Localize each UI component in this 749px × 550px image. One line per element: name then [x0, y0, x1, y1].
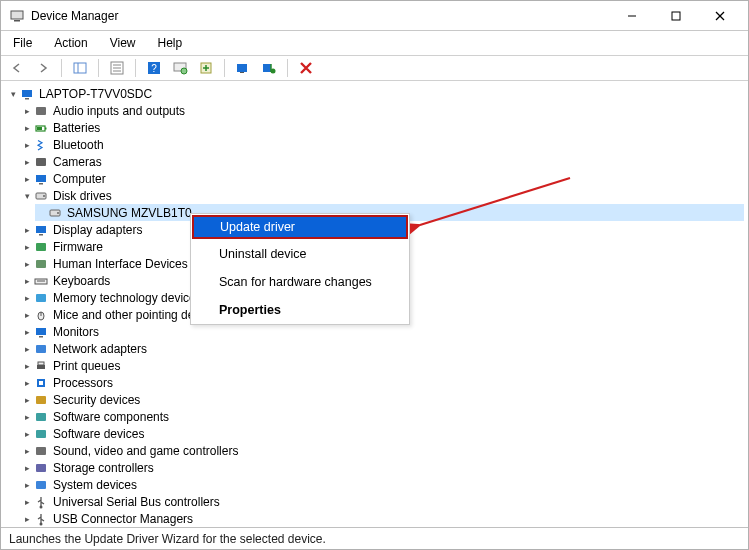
hid-icon: [33, 256, 49, 272]
context-item-update-driver[interactable]: Update driver: [192, 215, 408, 239]
tree-node-label: USB Connector Managers: [53, 512, 193, 526]
svg-rect-55: [36, 481, 46, 489]
caret-icon[interactable]: ▸: [21, 378, 33, 388]
firmware-icon: [33, 239, 49, 255]
caret-icon[interactable]: ▸: [21, 480, 33, 490]
tree-category-0[interactable]: ▸Audio inputs and outputs: [21, 102, 744, 119]
svg-point-20: [271, 69, 276, 74]
forward-button[interactable]: [33, 58, 53, 78]
usb-icon: [33, 494, 49, 510]
svg-rect-49: [39, 381, 43, 385]
context-menu: Update driver Uninstall device Scan for …: [190, 213, 410, 325]
caret-icon[interactable]: ▸: [21, 344, 33, 354]
caret-icon[interactable]: ▸: [21, 497, 33, 507]
caret-icon[interactable]: ▸: [21, 395, 33, 405]
keyboard-icon: [33, 273, 49, 289]
menu-action[interactable]: Action: [48, 34, 93, 52]
caret-icon[interactable]: ▸: [21, 446, 33, 456]
caret-icon[interactable]: ▸: [21, 310, 33, 320]
usb-icon: [33, 511, 49, 527]
properties-button-icon[interactable]: [107, 58, 127, 78]
caret-icon[interactable]: ▸: [21, 293, 33, 303]
tree-category-5[interactable]: ▾Disk drives: [21, 187, 744, 204]
tree-category-18[interactable]: ▸Software devices: [21, 425, 744, 442]
svg-rect-50: [36, 396, 46, 404]
disable-button-icon[interactable]: [259, 58, 279, 78]
caret-icon[interactable]: ▸: [21, 225, 33, 235]
tree-node-label: System devices: [53, 478, 137, 492]
menu-file[interactable]: File: [7, 34, 38, 52]
tree-category-22[interactable]: ▸Universal Serial Bus controllers: [21, 493, 744, 510]
help-button-icon[interactable]: ?: [144, 58, 164, 78]
camera-icon: [33, 154, 49, 170]
maximize-button[interactable]: [662, 5, 690, 27]
caret-icon[interactable]: ▸: [21, 157, 33, 167]
scan-hardware-button-icon[interactable]: [170, 58, 190, 78]
caret-icon[interactable]: ▸: [21, 276, 33, 286]
system-icon: [33, 477, 49, 493]
monitor-icon: [33, 324, 49, 340]
caret-icon[interactable]: ▸: [21, 361, 33, 371]
tree-category-16[interactable]: ▸Security devices: [21, 391, 744, 408]
caret-icon[interactable]: ▸: [21, 174, 33, 184]
network-icon: [33, 341, 49, 357]
delete-button-icon[interactable]: [296, 58, 316, 78]
tree-node-label: Firmware: [53, 240, 103, 254]
tree-node-label: Display adapters: [53, 223, 142, 237]
caret-icon[interactable]: ▸: [21, 327, 33, 337]
tree-node-label: Audio inputs and outputs: [53, 104, 185, 118]
show-hide-tree-button-icon[interactable]: [70, 58, 90, 78]
caret-icon[interactable]: ▾: [21, 191, 33, 201]
svg-rect-26: [37, 127, 42, 130]
tree-category-4[interactable]: ▸Computer: [21, 170, 744, 187]
tree-root[interactable]: ▾LAPTOP-T7VV0SDC: [7, 85, 744, 102]
caret-icon[interactable]: ▸: [21, 123, 33, 133]
tree-node-label: Software components: [53, 410, 169, 424]
menu-help[interactable]: Help: [152, 34, 189, 52]
tree-category-19[interactable]: ▸Sound, video and game controllers: [21, 442, 744, 459]
caret-icon[interactable]: ▸: [21, 463, 33, 473]
tree-category-13[interactable]: ▸Network adapters: [21, 340, 744, 357]
tree-node-label: Security devices: [53, 393, 140, 407]
tree-category-2[interactable]: ▸Bluetooth: [21, 136, 744, 153]
update-driver-button-icon[interactable]: [196, 58, 216, 78]
tree-category-3[interactable]: ▸Cameras: [21, 153, 744, 170]
tree-category-23[interactable]: ▸USB Connector Managers: [21, 510, 744, 527]
svg-point-56: [40, 505, 43, 508]
context-item-scan-hardware[interactable]: Scan for hardware changes: [191, 268, 409, 296]
uninstall-button-icon[interactable]: [233, 58, 253, 78]
menubar: File Action View Help: [1, 31, 748, 55]
tree-category-17[interactable]: ▸Software components: [21, 408, 744, 425]
tree-category-12[interactable]: ▸Monitors: [21, 323, 744, 340]
caret-icon[interactable]: ▾: [7, 89, 19, 99]
caret-icon[interactable]: ▸: [21, 140, 33, 150]
tree-category-21[interactable]: ▸System devices: [21, 476, 744, 493]
tree-category-14[interactable]: ▸Print queues: [21, 357, 744, 374]
tree-node-label: Network adapters: [53, 342, 147, 356]
back-button[interactable]: [7, 58, 27, 78]
menu-view[interactable]: View: [104, 34, 142, 52]
tree-node-label: Memory technology devices: [53, 291, 202, 305]
svg-rect-22: [25, 98, 29, 100]
context-item-properties[interactable]: Properties: [191, 296, 409, 324]
tree-category-20[interactable]: ▸Storage controllers: [21, 459, 744, 476]
cpu-icon: [33, 375, 49, 391]
toolbar: ?: [1, 55, 748, 81]
tree-node-label: Computer: [53, 172, 106, 186]
caret-icon[interactable]: ▸: [21, 242, 33, 252]
tree-node-label: Disk drives: [53, 189, 112, 203]
caret-icon[interactable]: ▸: [21, 412, 33, 422]
window-title: Device Manager: [31, 9, 618, 23]
sound-icon: [33, 443, 49, 459]
caret-icon[interactable]: ▸: [21, 259, 33, 269]
svg-rect-44: [39, 336, 43, 338]
tree-category-1[interactable]: ▸Batteries: [21, 119, 744, 136]
caret-icon[interactable]: ▸: [21, 429, 33, 439]
context-item-uninstall-device[interactable]: Uninstall device: [191, 240, 409, 268]
close-button[interactable]: [706, 5, 734, 27]
tree-category-15[interactable]: ▸Processors: [21, 374, 744, 391]
caret-icon[interactable]: ▸: [21, 514, 33, 524]
minimize-button[interactable]: [618, 5, 646, 27]
caret-icon[interactable]: ▸: [21, 106, 33, 116]
titlebar[interactable]: Device Manager: [1, 1, 748, 31]
